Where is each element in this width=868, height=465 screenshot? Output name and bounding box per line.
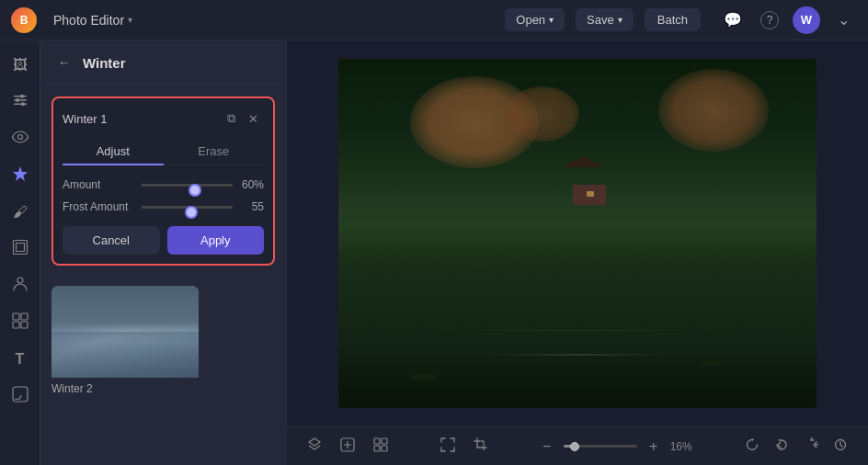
rotate-button[interactable] xyxy=(739,434,765,459)
tab-row: Adjust Erase xyxy=(63,139,264,165)
apply-button[interactable]: Apply xyxy=(167,226,265,255)
effect-card-header: Winter 1 ⧉ ✕ xyxy=(63,108,264,130)
expand-topbar-button[interactable]: ⌄ xyxy=(829,6,857,34)
tool-preview-button[interactable] xyxy=(5,123,36,154)
tab-erase[interactable]: Erase xyxy=(164,139,265,165)
frost-value: 55 xyxy=(238,200,264,213)
edit-bottom-button[interactable] xyxy=(335,434,360,459)
zoom-track[interactable] xyxy=(564,445,637,448)
edit-bottom-icon xyxy=(340,437,355,455)
amount-label: Amount xyxy=(63,178,136,191)
duplicate-button[interactable]: ⧉ xyxy=(220,108,242,130)
svg-point-3 xyxy=(20,95,24,98)
chat-icon: 💬 xyxy=(724,11,742,28)
app-title-button[interactable]: Photo Editor ▾ xyxy=(48,9,138,31)
text-icon: T xyxy=(16,351,25,368)
topbar: B Photo Editor ▾ Open ▾ Save ▾ Batch 💬 ?… xyxy=(0,0,868,40)
frost-slider-wrap[interactable] xyxy=(142,198,233,215)
user-avatar[interactable]: W xyxy=(793,6,820,34)
people-icon xyxy=(12,276,29,296)
zoom-out-icon: − xyxy=(542,438,551,455)
sliders-icon xyxy=(12,92,29,112)
frames-icon xyxy=(12,239,29,259)
zoom-in-button[interactable]: + xyxy=(643,436,665,458)
tool-adjust-button[interactable] xyxy=(5,86,36,118)
canvas-viewport[interactable] xyxy=(287,40,868,426)
effect-card: Winter 1 ⧉ ✕ Adjust Erase Amount 60% xyxy=(51,96,275,266)
eye-icon xyxy=(12,130,29,147)
batch-button[interactable]: Batch xyxy=(645,8,701,31)
zoom-controls: − + 16% xyxy=(536,436,698,458)
tab-adjust[interactable]: Adjust xyxy=(63,139,164,165)
bottom-bar: − + 16% xyxy=(287,426,868,465)
layers-bottom-button[interactable] xyxy=(302,434,327,459)
svg-rect-19 xyxy=(374,446,380,451)
winter2-label: Winter 2 xyxy=(51,382,199,395)
rotate-icon xyxy=(745,437,760,455)
zoom-value: 16% xyxy=(670,440,698,453)
panel-title: Winter xyxy=(83,55,126,71)
canvas-image xyxy=(338,59,817,408)
chat-button[interactable]: 💬 xyxy=(719,6,747,34)
zoom-out-button[interactable]: − xyxy=(536,436,558,458)
history-button[interactable] xyxy=(828,434,853,459)
close-icon: ✕ xyxy=(248,112,258,126)
fullscreen-icon xyxy=(440,437,455,455)
zoom-thumb[interactable] xyxy=(570,442,579,451)
svg-point-10 xyxy=(17,278,23,283)
image-icon: 🖼 xyxy=(13,57,28,74)
frost-label: Frost Amount xyxy=(63,200,136,213)
grid-bottom-button[interactable] xyxy=(368,434,394,459)
panel-header: ← Winter xyxy=(40,40,286,85)
tool-image-button[interactable]: 🖼 xyxy=(5,50,36,81)
undo-button[interactable] xyxy=(769,434,794,459)
tool-collage-button[interactable] xyxy=(5,307,36,338)
history-icon xyxy=(833,437,848,455)
amount-slider[interactable] xyxy=(142,184,233,187)
open-button[interactable]: Open ▾ xyxy=(505,8,565,31)
svg-rect-14 xyxy=(21,322,28,328)
expand-topbar-icon: ⌄ xyxy=(838,11,850,28)
thumbnail-section: Winter 2 xyxy=(40,277,286,404)
close-card-button[interactable]: ✕ xyxy=(242,108,264,130)
effect-card-title: Winter 1 xyxy=(63,112,220,126)
collage-icon xyxy=(12,312,29,333)
amount-slider-wrap[interactable] xyxy=(142,176,233,193)
paint-icon: 🖌 xyxy=(13,204,28,221)
save-button[interactable]: Save ▾ xyxy=(576,8,634,31)
canvas-area: − + 16% xyxy=(287,40,868,465)
svg-rect-17 xyxy=(374,438,380,444)
effects-icon xyxy=(12,165,29,186)
bottom-right-icons xyxy=(739,434,853,459)
grid-bottom-icon xyxy=(373,437,388,455)
tool-effects-button[interactable] xyxy=(5,160,36,191)
fullscreen-button[interactable] xyxy=(435,434,461,459)
svg-rect-11 xyxy=(13,313,19,320)
back-icon: ← xyxy=(58,55,71,70)
svg-rect-9 xyxy=(16,244,24,252)
crop-button[interactable] xyxy=(468,434,494,459)
svg-point-6 xyxy=(17,135,22,140)
amount-slider-row: Amount 60% xyxy=(63,176,264,193)
back-button[interactable]: ← xyxy=(53,51,75,74)
help-button[interactable]: ? xyxy=(756,6,783,34)
tool-frames-button[interactable] xyxy=(5,233,36,265)
svg-rect-20 xyxy=(382,446,387,451)
svg-marker-7 xyxy=(13,166,28,181)
thumbnail-image xyxy=(51,286,199,378)
cancel-button[interactable]: Cancel xyxy=(63,226,160,255)
help-icon: ? xyxy=(760,11,779,29)
tool-stickers-button[interactable] xyxy=(5,380,36,412)
icon-bar: 🖼 xyxy=(0,40,40,465)
tool-text-button[interactable]: T xyxy=(5,344,36,375)
left-panel: ← Winter Winter 1 ⧉ ✕ Adjust Erase xyxy=(40,40,287,465)
tool-paint-button[interactable]: 🖌 xyxy=(5,197,36,228)
frost-amount-slider[interactable] xyxy=(142,206,233,209)
app-logo[interactable]: B xyxy=(11,7,37,33)
tool-people-button[interactable] xyxy=(5,270,36,301)
winter2-thumbnail[interactable]: Winter 2 xyxy=(51,286,199,395)
svg-rect-18 xyxy=(382,438,387,444)
svg-rect-12 xyxy=(21,313,28,320)
redo-button[interactable] xyxy=(798,434,824,459)
zoom-in-icon: + xyxy=(649,438,657,455)
